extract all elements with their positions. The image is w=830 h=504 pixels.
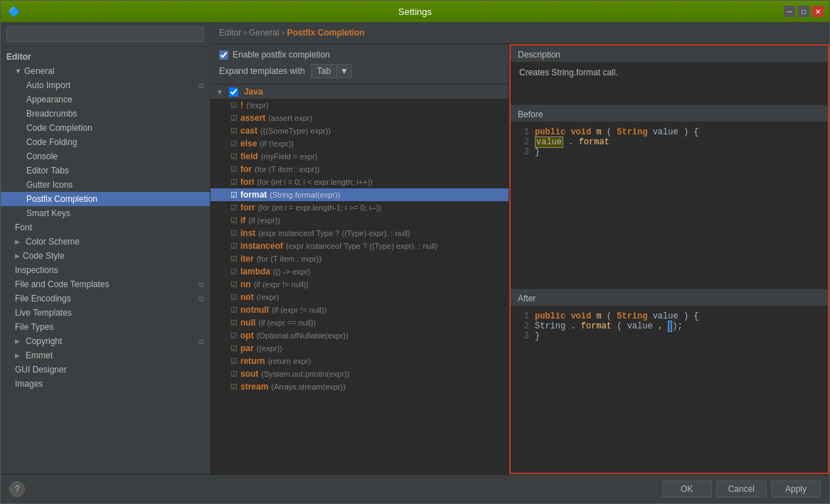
sidebar-item-auto-import[interactable]: Auto Import ⧉ [1,78,210,92]
tmpl-instanceof[interactable]: ☑ instanceof (expr instanceof Type ? ((T… [211,240,509,252]
tmpl-name: inst [240,228,255,238]
tmpl-desc: (System.out.println(expr)) [261,370,349,378]
tmpl-name: return [240,356,265,366]
sidebar-item-font[interactable]: Font [1,220,210,235]
expand-label: Expand templates with [219,66,305,76]
tmpl-forr[interactable]: ☑ forr (for (int i = expr.length-1; i >=… [211,201,509,214]
tmpl-stream[interactable]: ☑ stream (Arrays.stream(expr)) [211,380,509,393]
sidebar-item-breadcrumbs[interactable]: Breadcrumbs [1,107,210,121]
line-num: 1 [518,311,529,321]
tmpl-desc: (for (int i = 0; i < expr.length; i++)) [257,178,373,186]
gutter-icons-label: Gutter Icons [26,180,73,190]
tmpl-exclaim[interactable]: ☑ ! (!expr) [211,99,509,112]
sidebar-item-postfix-completion[interactable]: Postfix Completion [1,192,210,206]
sidebar-item-smart-keys[interactable]: Smart Keys [1,206,210,220]
check-icon: ☑ [230,357,238,366]
tmpl-opt[interactable]: ☑ opt (Optional.ofNullable(expr)) [211,329,509,342]
check-icon: ☑ [230,101,238,110]
sidebar-item-console[interactable]: Console [1,149,210,163]
ok-button[interactable]: OK [662,481,712,498]
close-button[interactable]: ✕ [812,6,824,17]
sidebar-item-emmet[interactable]: ▶ Emmet [1,348,210,363]
template-panel: Enable postfix completion Expand templat… [211,44,509,474]
sidebar-item-file-code-templates[interactable]: File and Code Templates ⧉ [1,277,210,291]
tmpl-desc: (!expr) [257,293,280,301]
sidebar-item-file-types[interactable]: File Types [1,320,210,334]
search-input[interactable] [6,26,204,42]
file-types-label: File Types [15,322,53,332]
tmpl-cast[interactable]: ☑ cast (((SomeType) expr)) [211,124,509,137]
tmpl-lambda[interactable]: ☑ lambda (() -> expr) [211,265,509,278]
tmpl-desc: (if (expr == null)) [258,318,316,327]
sidebar-item-code-folding[interactable]: Code Folding [1,135,210,149]
sidebar-item-general[interactable]: ▼ General [1,64,210,78]
file-code-copy-icon: ⧉ [198,280,204,289]
sidebar-item-file-encodings[interactable]: File Encodings ⧉ [1,291,210,306]
tmpl-for[interactable]: ☑ for (for (T item : expr)) [211,163,509,176]
minimize-button[interactable]: ─ [784,6,795,17]
check-icon: ☑ [230,382,238,392]
check-icon: ☑ [230,280,238,289]
tmpl-else[interactable]: ☑ else (if (!expr)) [211,137,509,150]
sidebar-item-images[interactable]: Images [1,377,210,391]
help-button[interactable]: ? [9,481,25,497]
sidebar-item-copyright[interactable]: ▶ Copyright ⧉ [1,334,210,348]
tmpl-notnull[interactable]: ☑ notnull (if (expr != null)) [211,304,509,316]
tmpl-not[interactable]: ☑ not (!expr) [211,291,509,304]
tmpl-nn[interactable]: ☑ nn (if (expr != null)) [211,278,509,291]
sidebar-item-live-templates[interactable]: Live Templates [1,306,210,320]
sidebar-item-editor[interactable]: Editor [1,50,210,64]
tmpl-inst[interactable]: ☑ inst (expr instanceof Type ? ((Type) e… [211,227,509,240]
value-highlight: value [535,136,563,148]
tmpl-return[interactable]: ☑ return (return expr) [211,355,509,368]
tmpl-desc: (((SomeType) expr)) [260,127,331,135]
tmpl-format[interactable]: ☑ format (String.format(expr)) [211,188,509,201]
tmpl-name: assert [240,113,265,123]
sidebar-item-color-scheme[interactable]: ▶ Color Scheme [1,235,210,249]
tmpl-field[interactable]: ☑ field (myField = expr) [211,150,509,163]
cancel-button[interactable]: Cancel [716,481,767,498]
tmpl-desc: (for (int i = expr.length-1; i >= 0; i--… [258,203,381,212]
tmpl-desc: (!expr) [246,101,269,109]
maximize-button[interactable]: □ [798,6,809,17]
after-code-line-2: 2 String . format ( value , [518,321,821,331]
sidebar-item-appearance[interactable]: Appearance [1,92,210,107]
footer-right: OK Cancel Apply [662,481,821,498]
sidebar-item-editor-tabs[interactable]: Editor Tabs [1,163,210,178]
sidebar-item-code-style[interactable]: ▶ Code Style [1,249,210,263]
tmpl-name: par [240,343,254,353]
tmpl-par[interactable]: ☑ par ((expr)) [211,342,509,355]
check-icon: ☑ [230,293,238,302]
description-section: Description Creates String.format call. [511,45,828,105]
tmpl-desc: (if (!expr)) [260,139,294,148]
java-group-checkbox[interactable] [229,87,238,97]
tmpl-null[interactable]: ☑ null (if (expr == null)) [211,316,509,329]
sidebar-item-code-completion[interactable]: Code Completion [1,121,210,135]
arrow-icon: ▼ [15,68,21,75]
tmpl-iter[interactable]: ☑ iter (for (T item : expr)) [211,252,509,265]
tmpl-fori[interactable]: ☑ fori (for (int i = 0; i < expr.length;… [211,176,509,188]
expand-split-btn: Tab ▼ [311,64,352,78]
tmpl-sout[interactable]: ☑ sout (System.out.println(expr)) [211,368,509,380]
tab-button[interactable]: Tab [311,64,337,78]
check-icon: ☑ [230,165,238,174]
java-group-header[interactable]: ▼ Java [211,85,509,99]
tmpl-if[interactable]: ☑ if (if (expr)) [211,214,509,227]
color-scheme-arrow: ▶ [15,238,20,245]
check-icon: ☑ [230,127,238,136]
file-enc-copy-icon: ⧉ [198,294,204,304]
live-templates-label: Live Templates [15,308,72,318]
after-label: After [511,289,828,306]
line-num: 3 [518,331,529,341]
enable-checkbox[interactable] [219,50,228,60]
sidebar-item-gutter-icons[interactable]: Gutter Icons [1,178,210,192]
tmpl-name: stream [240,382,268,392]
sidebar-item-inspections[interactable]: Inspections [1,263,210,277]
check-icon: ☑ [230,306,238,315]
tab-dropdown-arrow[interactable]: ▼ [337,64,352,78]
sidebar-item-gui-designer[interactable]: GUI Designer [1,363,210,377]
copy-icon: ⧉ [198,81,204,90]
tmpl-name: instanceof [240,241,283,251]
tmpl-assert[interactable]: ☑ assert (assert expr) [211,112,509,124]
apply-button[interactable]: Apply [771,481,821,498]
